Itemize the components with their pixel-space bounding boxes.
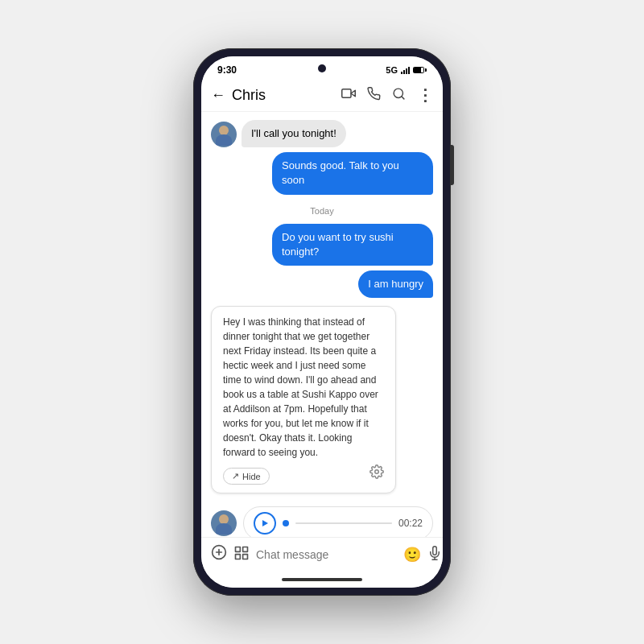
voice-bubble: 00:22 <box>243 506 433 537</box>
battery-fill <box>414 68 421 72</box>
back-button[interactable]: ← <box>211 87 225 104</box>
sent-bubble: I am hungry <box>358 270 433 298</box>
voice-message-row: 00:22 <box>211 502 433 537</box>
avatar-body <box>216 134 232 146</box>
volume-button <box>451 145 454 185</box>
phone-screen: 9:30 5G <box>201 56 443 588</box>
message-text: Sounds good. Talk to you soon <box>282 159 399 186</box>
message-row: Sounds good. Talk to you soon <box>211 152 433 194</box>
phone-call-icon[interactable] <box>367 87 381 104</box>
home-indicator[interactable] <box>282 578 362 581</box>
signal-icon <box>401 66 410 74</box>
avatar-body <box>216 523 232 535</box>
hide-icon: ↗ <box>232 471 239 481</box>
voice-progress-dot <box>283 520 289 526</box>
status-icons: 5G <box>386 65 427 75</box>
message-input[interactable] <box>256 548 397 561</box>
battery-tip <box>425 68 427 72</box>
svg-rect-1 <box>342 89 351 98</box>
more-options-icon[interactable]: ⋮ <box>417 85 433 105</box>
svg-rect-9 <box>236 547 241 551</box>
svg-rect-10 <box>243 547 248 551</box>
input-bar: 🙂 <box>201 537 443 572</box>
play-button[interactable] <box>254 512 276 535</box>
avatar-image <box>211 510 237 536</box>
search-icon[interactable] <box>392 87 406 104</box>
svg-rect-12 <box>236 554 241 559</box>
svg-marker-5 <box>262 520 268 526</box>
phone-frame: 9:30 5G <box>193 48 451 596</box>
battery-body <box>413 67 424 73</box>
title-actions: ⋮ <box>341 85 433 105</box>
svg-line-3 <box>402 96 404 98</box>
svg-rect-11 <box>243 554 248 559</box>
bottom-bar <box>201 572 443 588</box>
svg-point-4 <box>375 470 379 474</box>
hide-label: Hide <box>242 472 261 481</box>
message-text: I am hungry <box>368 278 423 290</box>
received-bubble: I'll call you tonight! <box>242 120 346 147</box>
voice-waveform <box>295 522 392 524</box>
status-time: 9:30 <box>217 64 237 76</box>
status-bar: 9:30 5G <box>201 56 443 79</box>
smart-reply-actions: ↗ Hide <box>223 463 384 485</box>
video-call-icon[interactable] <box>341 86 356 104</box>
contact-name: Chris <box>232 87 341 104</box>
add-icon[interactable] <box>211 544 227 565</box>
avatar <box>211 510 237 536</box>
date-divider: Today <box>211 206 433 216</box>
avatar <box>211 122 237 147</box>
messages-list: I'll call you tonight! Sounds good. Talk… <box>201 112 443 537</box>
title-bar: ← Chris <box>201 79 443 112</box>
sent-bubble: Sounds good. Talk to you soon <box>272 152 433 194</box>
settings-icon[interactable] <box>369 464 384 485</box>
voice-duration: 00:22 <box>398 518 423 529</box>
voice-input-icon[interactable] <box>427 546 442 564</box>
attach-icon[interactable] <box>233 545 250 565</box>
smart-reply-container: Hey I was thinking that instead of dinne… <box>211 303 433 497</box>
network-label: 5G <box>386 65 398 75</box>
svg-marker-0 <box>351 90 355 97</box>
message-row: I'll call you tonight! <box>211 120 433 147</box>
sent-bubble: Do you want to try sushi tonight? <box>272 224 433 266</box>
hide-button[interactable]: ↗ Hide <box>223 468 270 485</box>
message-row: Do you want to try sushi tonight? <box>211 224 433 266</box>
avatar-image <box>211 122 237 147</box>
message-text: Do you want to try sushi tonight? <box>282 231 394 258</box>
smart-reply-bubble: Hey I was thinking that instead of dinne… <box>211 306 396 493</box>
message-text: I'll call you tonight! <box>251 127 336 139</box>
front-camera <box>318 64 326 72</box>
message-row: I am hungry <box>211 270 433 298</box>
emoji-icon[interactable]: 🙂 <box>403 546 421 564</box>
smart-reply-text: Hey I was thinking that instead of dinne… <box>223 316 378 458</box>
battery-icon <box>413 67 427 73</box>
